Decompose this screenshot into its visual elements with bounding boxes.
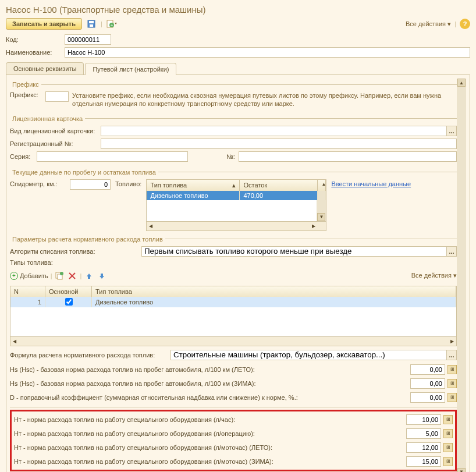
fuel-row-type: Дизельное топливо xyxy=(147,191,240,200)
hs-winter-input[interactable] xyxy=(410,378,445,389)
formula-label: Формула расчета нормативного расхода топ… xyxy=(10,352,167,359)
mileage-legend: Текущие данные по пробегу и остаткам топ… xyxy=(10,169,158,176)
prefix-legend: Префикс xyxy=(10,81,41,88)
prefix-input[interactable] xyxy=(45,91,69,102)
license-type-label: Вид лицензионной карточки: xyxy=(10,127,97,134)
license-group: Лицензионная карточка Вид лицензионной к… xyxy=(10,115,457,164)
name-label: Наименование: xyxy=(6,49,61,56)
nt-oper-label: Нт - норма расхода топлив на работу спец… xyxy=(14,430,404,437)
types-col-n[interactable]: N xyxy=(10,286,45,297)
num-label: №: xyxy=(226,153,235,160)
nt-oper-input[interactable] xyxy=(406,428,441,439)
name-input[interactable] xyxy=(65,47,470,58)
enter-initial-data-link[interactable]: Ввести начальные данные xyxy=(331,179,411,187)
prefix-label: Префикс: xyxy=(10,91,42,98)
all-actions-dropdown[interactable]: Все действия ▾ xyxy=(406,20,451,28)
odo-label: Спидометр, км.: xyxy=(10,179,65,187)
num-input[interactable] xyxy=(239,151,457,162)
fuel-hscroll-right[interactable]: ▶ xyxy=(310,223,318,229)
help-icon[interactable]: ? xyxy=(460,19,470,29)
svg-point-8 xyxy=(60,272,63,275)
types-row[interactable]: 1 Дизельное топливо xyxy=(10,297,456,307)
nt-mh-summer-input[interactable] xyxy=(406,442,441,453)
fuel-scroll-up[interactable]: ▲ xyxy=(318,180,326,191)
tab-bar: Основные реквизиты Путевой лист (настрой… xyxy=(6,62,470,75)
prefix-group: Префикс Префикс: Установите префикс, есл… xyxy=(10,81,457,111)
nt-hour-label: Нт - норма расхода топлив на работу спец… xyxy=(14,416,404,423)
types-col-main[interactable]: Основной xyxy=(45,286,92,297)
page-title: Насос Н-100 (Транспортные средства и маш… xyxy=(6,5,470,15)
types-row-n: 1 xyxy=(10,297,45,307)
calc-icon[interactable]: ⊞ xyxy=(443,443,453,452)
formula-input[interactable] xyxy=(170,350,446,360)
code-label: Код: xyxy=(6,36,61,43)
svg-rect-1 xyxy=(89,21,94,23)
calc-icon[interactable]: ⊞ xyxy=(443,415,453,424)
move-up-icon[interactable] xyxy=(84,271,94,281)
tab-route-sheet[interactable]: Путевой лист (настройки) xyxy=(85,63,176,75)
nt-hour-input[interactable] xyxy=(406,414,441,425)
types-all-actions-dropdown[interactable]: Все действия ▾ xyxy=(411,272,457,279)
prefix-hint: Установите префикс, если необходима скво… xyxy=(72,91,457,108)
svg-text:+: + xyxy=(111,23,113,28)
types-row-type: Дизельное топливо xyxy=(92,297,456,307)
d-corr-input[interactable] xyxy=(410,392,445,403)
fuel-row-rest: 470,00 xyxy=(240,191,318,200)
types-hscroll-left[interactable]: ◀ xyxy=(10,339,19,344)
save-icon[interactable] xyxy=(86,18,97,30)
mileage-group: Текущие данные по пробегу и остаткам топ… xyxy=(10,169,457,231)
algo-select-button[interactable]: ... xyxy=(446,246,457,257)
nt-mh-winter-input[interactable] xyxy=(406,456,441,467)
new-dropdown-icon[interactable]: + xyxy=(106,18,118,30)
calc-icon[interactable]: ⊞ xyxy=(447,365,457,374)
types-hscroll-right[interactable]: ▶ xyxy=(448,339,456,344)
scroll-up-icon[interactable]: ▲ xyxy=(457,79,466,87)
copy-icon[interactable] xyxy=(54,271,65,281)
series-input[interactable] xyxy=(37,151,188,162)
fuel-hscroll-left[interactable]: ◀ xyxy=(147,223,155,229)
params-legend: Параметры расчета нормативного расхода т… xyxy=(10,236,165,243)
algo-input[interactable] xyxy=(141,246,446,257)
types-row-checkbox[interactable] xyxy=(45,297,92,307)
types-table: N Основной Тип топлива 1 Дизельное топли… xyxy=(10,286,457,346)
save-and-close-button[interactable]: Записать и закрыть xyxy=(6,18,82,30)
hs-summer-label: Hs (Hsc) - базовая норма расхода топлив … xyxy=(10,366,408,373)
license-type-input[interactable] xyxy=(101,126,446,136)
highlighted-params: Нт - норма расхода топлив на работу спец… xyxy=(10,410,457,471)
delete-icon[interactable] xyxy=(67,271,77,281)
calc-icon[interactable]: ⊞ xyxy=(447,393,457,402)
vertical-scrollbar[interactable]: ▲ ▼ xyxy=(457,79,466,472)
odo-input[interactable] xyxy=(70,179,111,190)
types-col-type[interactable]: Тип топлива xyxy=(92,286,456,297)
calc-icon[interactable]: ⊞ xyxy=(443,429,453,438)
add-button[interactable]: + Добавить xyxy=(10,272,48,280)
code-input[interactable] xyxy=(65,34,111,45)
fuel-row[interactable]: Дизельное топливо 470,00 xyxy=(147,191,326,200)
fuel-col-rest[interactable]: Остаток xyxy=(240,180,318,191)
algo-label: Алгоритм списания топлива: xyxy=(10,248,138,255)
scroll-down-icon[interactable]: ▼ xyxy=(457,468,466,472)
svg-rect-2 xyxy=(90,24,93,27)
reg-num-input[interactable] xyxy=(101,139,457,149)
d-corr-label: D - поправочный коэффициент (суммарная о… xyxy=(10,394,408,401)
fuel-label: Топливо: xyxy=(115,179,141,187)
tab-main[interactable]: Основные реквизиты xyxy=(6,62,84,74)
move-down-icon[interactable] xyxy=(97,271,107,281)
fuel-col-type[interactable]: Тип топлива ▴ xyxy=(147,180,240,191)
nt-mh-summer-label: Нт - норма расхода топлив на работу спец… xyxy=(14,444,404,451)
main-toolbar: Записать и закрыть | + Все действия ▾ | … xyxy=(6,18,470,30)
formula-select-button[interactable]: ... xyxy=(446,350,457,360)
types-label: Типы топлива: xyxy=(10,259,53,266)
hs-summer-input[interactable] xyxy=(410,364,445,375)
reg-num-label: Регистрационный №: xyxy=(10,140,97,147)
fuel-scroll-down[interactable]: ▼ xyxy=(317,213,325,221)
params-group: Параметры расчета нормативного расхода т… xyxy=(10,236,457,471)
license-type-select-button[interactable]: ... xyxy=(446,126,457,136)
license-legend: Лицензионная карточка xyxy=(10,115,85,122)
calc-icon[interactable]: ⊞ xyxy=(443,457,453,466)
nt-mh-winter-label: Нт - норма расхода топлив на работу спец… xyxy=(14,458,404,465)
calc-icon[interactable]: ⊞ xyxy=(447,379,457,388)
series-label: Серия: xyxy=(10,153,33,160)
hs-winter-label: Hs (Hsc) - базовая норма расхода топлив … xyxy=(10,380,408,387)
